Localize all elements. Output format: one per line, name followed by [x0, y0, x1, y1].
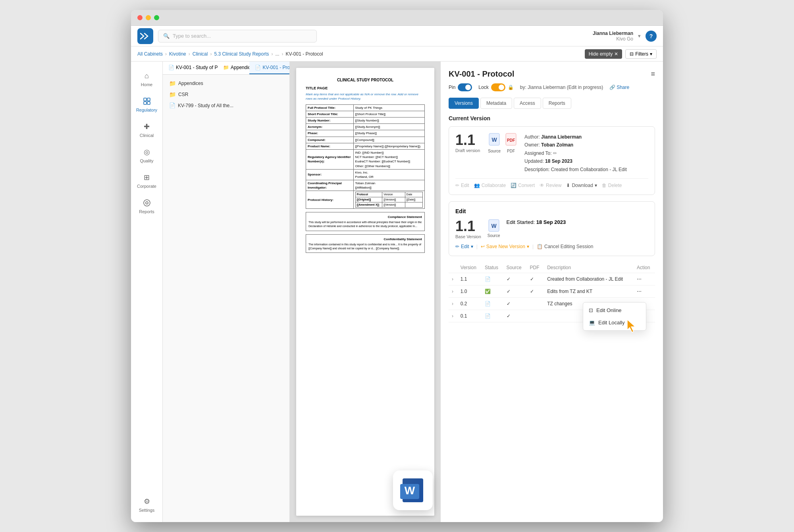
close-button[interactable]	[137, 15, 143, 20]
review-label: Review	[546, 183, 561, 188]
table-row: Coordinating Principal Investigator:Toba…	[306, 180, 425, 191]
filters-button[interactable]: ⊟ Filters ▾	[625, 49, 657, 59]
hide-empty-label: Hide empty	[589, 51, 613, 57]
sidebar-item-regulatory[interactable]: Regulatory	[133, 93, 161, 116]
sidebar-item-corporate[interactable]: ⊞ Corporate	[133, 170, 161, 192]
edit-base-version: 1.1	[455, 219, 481, 233]
edit-section-header: Edit	[455, 208, 648, 214]
breadcrumb-sep: ›	[210, 51, 212, 57]
version-sub: Draft version	[455, 148, 480, 153]
tab-versions[interactable]: Versions	[449, 98, 479, 109]
svg-point-4	[144, 200, 150, 206]
breadcrumb-item[interactable]: 5.3 Clinical Study Reports	[214, 51, 269, 57]
edit-icon: ✏	[455, 183, 459, 188]
edit-btn-label: Edit	[461, 244, 469, 249]
table-row: Sponsor:Kivo, Inc.Portland, OR	[306, 169, 425, 180]
sidebar-item-home[interactable]: ⌂ Home	[133, 68, 161, 90]
table-cell: Protocol History:	[306, 191, 354, 208]
status-badge: 📄	[485, 301, 491, 306]
edit-started-info: Edit Started: 18 Sep 2023	[507, 219, 648, 225]
minimize-button[interactable]	[146, 15, 151, 20]
delete-tool[interactable]: 🗑 Delete	[602, 183, 622, 188]
row-source: ✓	[503, 310, 527, 322]
row-action[interactable]: ⋯	[634, 285, 655, 297]
download-tool[interactable]: ⬇ Download ▾	[566, 183, 597, 188]
breadcrumb-sep: ›	[282, 51, 283, 57]
edit-source-icon: W Source	[488, 219, 500, 238]
row-description: Edits from TZ and KT	[544, 285, 634, 297]
folder-icon: 📁	[223, 65, 229, 70]
svg-rect-0	[144, 98, 146, 101]
owner-label: Owner:	[524, 142, 540, 148]
sidebar-item-reports[interactable]: Reports	[133, 195, 161, 217]
tab-metadata[interactable]: Metadata	[480, 98, 512, 109]
compliance-text: This study will be performed in accordan…	[308, 220, 422, 228]
row-expand[interactable]: ›	[449, 273, 457, 285]
doc-icon: 📄	[255, 65, 261, 70]
breadcrumb-current: KV-001 - Protocol	[286, 51, 323, 57]
convert-tool[interactable]: 🔄 Convert	[511, 183, 535, 188]
chevron-down-icon[interactable]: ▾	[638, 33, 641, 39]
sidebar-item-settings[interactable]: ⚙ Settings	[133, 493, 161, 516]
table-row: Acronym:[[Study Acronym]]	[306, 124, 425, 130]
edit-tool[interactable]: ✏ Edit	[455, 183, 469, 188]
sidebar-item-quality[interactable]: ◎ Quality	[133, 144, 161, 166]
edit-online-label: Edit Online	[596, 307, 622, 313]
row-source: ✓	[503, 285, 527, 297]
row-expand[interactable]: ›	[449, 285, 457, 297]
delete-label: Delete	[608, 183, 622, 188]
regulatory-icon	[142, 96, 152, 106]
review-tool[interactable]: 👁 Review	[540, 183, 561, 188]
tab-access[interactable]: Access	[514, 98, 541, 109]
page-title: KV-001 - Protocol	[449, 69, 515, 79]
breadcrumb-item[interactable]: Clinical	[193, 51, 208, 57]
row-expand[interactable]: ›	[449, 310, 457, 322]
doc-table: Full Protocol Title:Study of PK Things S…	[306, 104, 425, 209]
edit-online-item[interactable]: ⊡ Edit Online	[583, 304, 646, 316]
collaborate-tool[interactable]: 👥 Collaborate	[474, 183, 506, 188]
breadcrumb-item[interactable]: All Cabinets	[137, 51, 163, 57]
file-tab-appendices[interactable]: 📁 Appendices	[218, 62, 249, 74]
lock-toggle[interactable]	[491, 83, 505, 91]
file-tab-label: KV-001 - Protocol	[262, 65, 289, 70]
table-row: Full Protocol Title:Study of PK Things	[306, 104, 425, 111]
detail-header: KV-001 - Protocol ≡	[449, 69, 655, 79]
file-tab-study-pk[interactable]: 📄 KV-001 - Study of PK Things	[163, 62, 218, 74]
edit-pencil-icon[interactable]: ✏	[553, 150, 557, 156]
hide-empty-button[interactable]: Hide empty ✕	[585, 49, 622, 59]
cancel-editing-button[interactable]: 📋 Cancel Editing Session	[537, 244, 593, 249]
pin-toggle[interactable]	[458, 83, 472, 91]
share-button[interactable]: 🔗 Share	[609, 85, 629, 90]
row-action[interactable]: ⋯	[634, 273, 655, 285]
file-tab-label: KV-001 - Study of PK Things	[176, 65, 218, 70]
table-cell: Sponsor:	[306, 169, 354, 180]
confidentiality-box: Confidentiality Statement The informatio…	[306, 234, 425, 253]
help-button[interactable]: ?	[646, 31, 657, 42]
breadcrumb-item[interactable]: Kivotine	[169, 51, 186, 57]
list-item[interactable]: 📁 Appendices	[166, 78, 286, 89]
file-tab-protocol[interactable]: 📄 KV-001 - Protocol	[249, 62, 289, 74]
search-bar[interactable]: 🔍 Type to search...	[158, 30, 317, 42]
close-icon: ✕	[614, 51, 618, 57]
tab-reports[interactable]: Reports	[543, 98, 571, 109]
save-new-version-button[interactable]: ↩ Save New Version ▾	[481, 244, 529, 249]
table-cell: Kivo, Inc.Portland, OR	[353, 169, 424, 180]
detail-panel: KV-001 - Protocol ≡ Pin Lock 🔒 by: Jiann…	[441, 62, 663, 522]
maximize-button[interactable]	[154, 15, 159, 20]
version-number-block: 1.1 Draft version	[455, 133, 480, 153]
menu-icon[interactable]: ≡	[651, 70, 655, 78]
edit-locally-label: Edit Locally	[598, 320, 624, 326]
edit-online-icon: ⊡	[589, 307, 593, 313]
tab-versions-label: Versions	[455, 100, 473, 106]
edit-main: 1.1 Base Version W Source	[455, 219, 648, 239]
table-cell: Product Name:	[306, 143, 354, 149]
row-expand[interactable]: ›	[449, 297, 457, 310]
col-source: Source	[503, 262, 527, 273]
sidebar-label-clinical: Clinical	[140, 133, 154, 138]
updated-label: Updated:	[524, 158, 544, 164]
edit-dropdown-button[interactable]: ✏ Edit ▾	[455, 244, 473, 249]
sidebar-item-clinical[interactable]: ✚ Clinical	[133, 119, 161, 141]
list-item[interactable]: 📁 CSR	[166, 89, 286, 100]
list-item[interactable]: 📄 KV-799 - Study of All the...	[166, 100, 286, 111]
row-version: 1.0	[457, 285, 482, 297]
